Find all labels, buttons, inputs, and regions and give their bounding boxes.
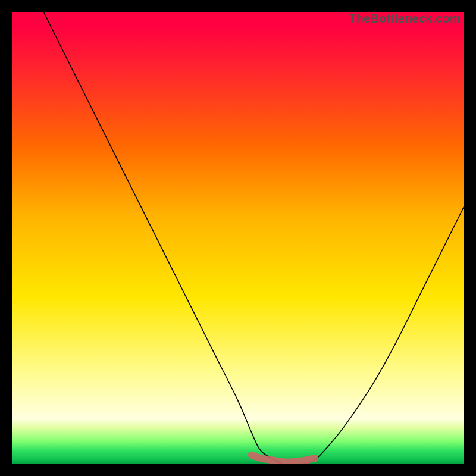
chart-svg xyxy=(12,12,464,464)
highlight-band-path xyxy=(252,455,315,462)
chart-frame: TheBottleneck.com xyxy=(12,12,464,464)
bottleneck-curve-path xyxy=(43,12,464,464)
